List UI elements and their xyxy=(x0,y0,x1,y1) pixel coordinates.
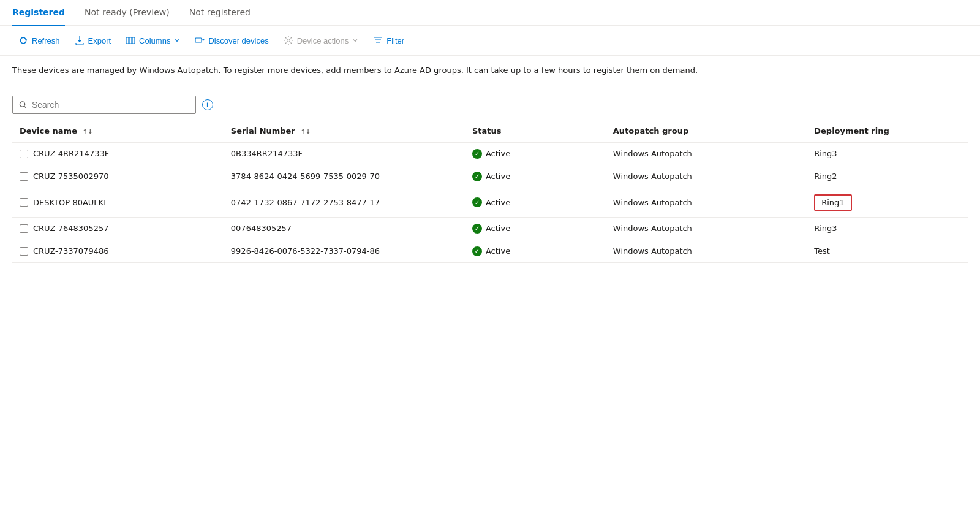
refresh-button[interactable]: Refresh xyxy=(12,32,66,49)
search-input[interactable] xyxy=(32,100,189,110)
svg-point-4 xyxy=(287,39,290,42)
table-header-row: Device name ↑↓ Serial Number ↑↓ Status A… xyxy=(12,120,968,142)
deployment-ring: Test xyxy=(807,240,968,262)
svg-rect-0 xyxy=(126,37,129,44)
deployment-ring: Ring2 xyxy=(807,165,968,188)
status-label: Active xyxy=(486,198,510,207)
status-label: Active xyxy=(486,172,510,181)
autopatch-group: Windows Autopatch xyxy=(606,240,807,262)
device-name: CRUZ-7337079486 xyxy=(33,246,108,256)
discover-icon xyxy=(195,36,205,45)
search-box xyxy=(12,96,196,114)
status-label: Active xyxy=(486,149,510,158)
device-name: CRUZ-4RR214733F xyxy=(33,149,109,158)
deployment-ring: Ring3 xyxy=(807,142,968,165)
table-row: CRUZ-75350029703784-8624-0424-5699-7535-… xyxy=(12,165,968,188)
autopatch-group: Windows Autopatch xyxy=(606,165,807,188)
autopatch-group: Windows Autopatch xyxy=(606,142,807,165)
columns-chevron-icon xyxy=(174,37,180,44)
col-header-serial: Serial Number ↑↓ xyxy=(224,120,465,142)
device-table-container: Device name ↑↓ Serial Number ↑↓ Status A… xyxy=(0,120,980,263)
sort-icon-device[interactable]: ↑↓ xyxy=(83,128,93,135)
tab-bar: Registered Not ready (Preview) Not regis… xyxy=(0,0,980,26)
filter-button[interactable]: Filter xyxy=(367,32,410,49)
svg-point-5 xyxy=(20,101,24,106)
deployment-ring: Ring3 xyxy=(807,217,968,240)
device-actions-button[interactable]: Device actions xyxy=(277,32,365,49)
row-checkbox[interactable] xyxy=(20,150,28,158)
table-row: CRUZ-7648305257007648305257ActiveWindows… xyxy=(12,217,968,240)
svg-rect-2 xyxy=(132,37,135,44)
filter-icon xyxy=(373,36,383,45)
row-arrow-indicator: → xyxy=(0,195,1,210)
row-checkbox[interactable] xyxy=(20,172,28,181)
refresh-icon xyxy=(18,36,28,45)
status-active-icon xyxy=(472,172,482,181)
serial-number: 9926-8426-0076-5322-7337-0794-86 xyxy=(224,240,465,262)
row-checkbox[interactable] xyxy=(20,198,28,207)
status-active-icon xyxy=(472,246,482,256)
deployment-ring: Ring1 xyxy=(807,188,968,217)
export-icon xyxy=(75,36,85,45)
tab-not-ready[interactable]: Not ready (Preview) xyxy=(85,0,170,26)
table-row: CRUZ-4RR214733F0B334RR214733FActiveWindo… xyxy=(12,142,968,165)
gear-icon xyxy=(284,36,293,45)
device-name: CRUZ-7535002970 xyxy=(33,172,108,181)
autopatch-group: Windows Autopatch xyxy=(606,188,807,217)
device-name: DESKTOP-80AULKI xyxy=(33,198,106,207)
svg-rect-3 xyxy=(195,38,202,42)
autopatch-group: Windows Autopatch xyxy=(606,217,807,240)
status-active-icon xyxy=(472,224,482,234)
svg-rect-1 xyxy=(129,37,132,44)
serial-number: 0B334RR214733F xyxy=(224,142,465,165)
info-circle-icon[interactable]: i xyxy=(202,99,213,110)
table-row: CRUZ-73370794869926-8426-0076-5322-7337-… xyxy=(12,240,968,262)
row-checkbox[interactable] xyxy=(20,224,28,233)
discover-devices-button[interactable]: Discover devices xyxy=(189,32,274,49)
tab-not-registered[interactable]: Not registered xyxy=(189,0,251,26)
status-label: Active xyxy=(486,224,510,233)
export-button[interactable]: Export xyxy=(69,32,118,49)
col-header-autopatch: Autopatch group xyxy=(606,120,807,142)
tab-registered[interactable]: Registered xyxy=(12,0,65,26)
sort-icon-serial[interactable]: ↑↓ xyxy=(300,128,311,135)
col-header-status: Status xyxy=(465,120,606,142)
col-header-device-name: Device name ↑↓ xyxy=(12,120,224,142)
serial-number: 007648305257 xyxy=(224,217,465,240)
col-header-deployment-ring: Deployment ring xyxy=(807,120,968,142)
columns-icon xyxy=(126,36,135,45)
status-active-icon xyxy=(472,197,482,207)
device-name: CRUZ-7648305257 xyxy=(33,224,108,233)
device-table: Device name ↑↓ Serial Number ↑↓ Status A… xyxy=(12,120,968,263)
info-text: These devices are managed by Windows Aut… xyxy=(0,56,980,86)
device-actions-chevron-icon xyxy=(352,37,358,44)
row-checkbox[interactable] xyxy=(20,247,28,256)
search-icon xyxy=(19,101,27,109)
deployment-ring-highlighted: Ring1 xyxy=(814,194,851,211)
toolbar: Refresh Export Columns Discover devices … xyxy=(0,26,980,56)
columns-button[interactable]: Columns xyxy=(119,32,186,49)
status-label: Active xyxy=(486,246,510,256)
table-row: →DESKTOP-80AULKI0742-1732-0867-7172-2753… xyxy=(12,188,968,217)
serial-number: 3784-8624-0424-5699-7535-0029-70 xyxy=(224,165,465,188)
search-area: i xyxy=(0,86,980,120)
status-active-icon xyxy=(472,149,482,159)
serial-number: 0742-1732-0867-7172-2753-8477-17 xyxy=(224,188,465,217)
